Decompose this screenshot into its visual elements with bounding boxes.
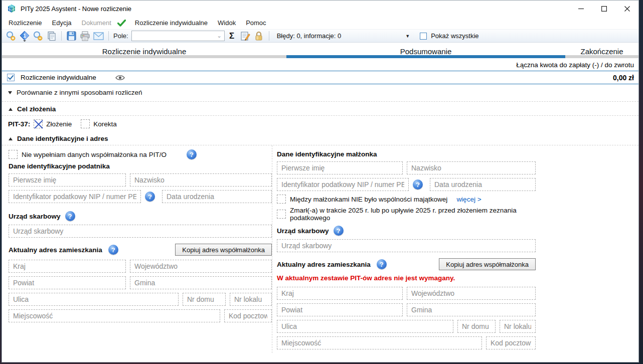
maximize-button[interactable] — [592, 1, 615, 17]
last-name-field[interactable] — [407, 161, 536, 174]
apartment-no-field[interactable] — [230, 293, 272, 306]
last-name-field[interactable] — [130, 173, 272, 187]
tax-office-input[interactable] — [277, 240, 535, 252]
tax-office-field[interactable] — [9, 225, 272, 238]
birth-date-input[interactable] — [430, 178, 535, 191]
save-button[interactable] — [65, 30, 78, 42]
house-no-field[interactable] — [183, 293, 226, 306]
postal-code-input[interactable] — [487, 337, 535, 349]
skip-spouse-checkbox[interactable] — [9, 150, 18, 159]
help-icon[interactable]: ? — [413, 179, 423, 190]
preview-eye-button[interactable] — [115, 75, 125, 81]
menu-edycja[interactable]: Edycja — [47, 18, 76, 28]
menu-widok[interactable]: Widok — [213, 18, 241, 28]
no-community-checkbox[interactable] — [277, 195, 286, 204]
city-field[interactable] — [9, 309, 220, 322]
korekta-checkbox[interactable] — [81, 119, 90, 128]
postal-code-field[interactable] — [224, 309, 272, 322]
house-no-input[interactable] — [183, 293, 225, 305]
tax-id-input[interactable] — [9, 191, 140, 203]
section-cel-zlozenia[interactable]: Cel złożenia — [2, 102, 638, 116]
street-input[interactable] — [9, 293, 178, 305]
result-row-checkbox[interactable] — [7, 74, 15, 81]
comparison-toggle[interactable]: Porównanie z innymi sposobami rozliczeń — [2, 84, 638, 102]
voivodeship-field[interactable] — [130, 260, 272, 273]
county-field[interactable] — [9, 276, 126, 289]
commune-input[interactable] — [407, 304, 535, 316]
country-field[interactable] — [277, 287, 403, 300]
apartment-no-field[interactable] — [500, 320, 536, 333]
birth-date-field[interactable] — [430, 178, 536, 191]
street-input[interactable] — [277, 320, 453, 332]
section-dane-identyfikacyjne[interactable]: Dane identyfikacyjne i adres — [2, 131, 638, 145]
mail-button[interactable] — [92, 30, 105, 42]
commune-field[interactable] — [407, 303, 536, 316]
tab-zakonczenie[interactable]: Zakończenie — [565, 44, 638, 58]
tab-podsumowanie[interactable]: Podsumowanie — [286, 44, 565, 58]
county-input[interactable] — [9, 277, 125, 289]
city-input[interactable] — [9, 310, 220, 322]
apartment-no-input[interactable] — [230, 293, 271, 305]
house-no-field[interactable] — [457, 320, 496, 333]
commune-input[interactable] — [130, 277, 271, 289]
sum-button[interactable]: Σ — [226, 30, 238, 42]
commune-field[interactable] — [130, 276, 272, 289]
help-icon[interactable]: ? — [187, 149, 197, 159]
zoom-in-button[interactable] — [5, 30, 17, 42]
voivodeship-field[interactable] — [407, 287, 536, 300]
field-combobox[interactable]: ⌄ — [131, 31, 225, 41]
minimize-button[interactable] — [569, 1, 592, 17]
tax-office-field[interactable] — [277, 239, 536, 252]
voivodeship-input[interactable] — [407, 287, 535, 299]
city-input[interactable] — [277, 337, 481, 349]
close-button[interactable] — [615, 1, 638, 17]
apartment-no-input[interactable] — [500, 320, 535, 332]
postal-code-field[interactable] — [486, 336, 536, 349]
house-no-input[interactable] — [458, 320, 495, 332]
lock-button[interactable] — [253, 30, 265, 42]
deceased-checkbox[interactable] — [277, 210, 286, 219]
county-input[interactable] — [277, 304, 402, 316]
help-icon[interactable]: ? — [108, 245, 118, 255]
help-icon[interactable]: ? — [377, 259, 387, 269]
tab-rozliczenie-indywidualne[interactable]: Rozliczenie indywidualne — [2, 44, 286, 58]
tax-id-field[interactable] — [277, 178, 409, 191]
country-input[interactable] — [277, 287, 402, 299]
first-name-input[interactable] — [277, 162, 402, 174]
tax-office-input[interactable] — [9, 225, 271, 237]
street-field[interactable] — [277, 320, 453, 333]
county-field[interactable] — [277, 303, 403, 316]
help-icon[interactable]: ? — [334, 226, 344, 236]
help-icon[interactable]: ? — [65, 211, 75, 221]
show-all-checkbox[interactable] — [420, 33, 427, 40]
city-field[interactable] — [277, 336, 482, 349]
last-name-input[interactable] — [130, 174, 271, 186]
country-input[interactable] — [9, 260, 125, 272]
birth-date-input[interactable] — [163, 191, 271, 203]
edit-button[interactable] — [239, 30, 252, 42]
first-name-field[interactable] — [277, 161, 403, 174]
zlozenie-checkbox[interactable] — [34, 119, 43, 128]
voivodeship-input[interactable] — [130, 260, 271, 272]
birth-date-field[interactable] — [162, 190, 272, 203]
help-icon[interactable]: ? — [145, 192, 155, 202]
first-name-field[interactable] — [9, 173, 126, 187]
country-field[interactable] — [9, 260, 126, 273]
street-field[interactable] — [9, 293, 179, 306]
more-link[interactable]: więcej > — [456, 196, 481, 203]
menu-pomoc[interactable]: Pomoc — [241, 18, 271, 28]
menu-rozliczenie-indywidualne[interactable]: Rozliczenie indywidualne — [130, 18, 213, 28]
tax-id-field[interactable] — [9, 190, 141, 203]
print-button[interactable] — [79, 30, 91, 42]
last-name-input[interactable] — [407, 162, 535, 174]
copy-document-button[interactable] — [45, 30, 58, 42]
field-navigator-button[interactable]: 1 — [18, 30, 31, 42]
zoom-out-button[interactable] — [32, 30, 44, 42]
first-name-input[interactable] — [9, 174, 125, 186]
tax-id-input[interactable] — [277, 178, 408, 191]
menu-rozliczenie[interactable]: Rozliczenie — [4, 18, 47, 28]
errors-dropdown-icon[interactable]: ▼ — [405, 34, 410, 39]
copy-spouse-address-button[interactable]: Kopiuj adres współmałżonka — [439, 258, 536, 270]
copy-spouse-address-button[interactable]: Kopiuj adres współmałżonka — [175, 244, 272, 256]
postal-code-input[interactable] — [225, 310, 271, 322]
